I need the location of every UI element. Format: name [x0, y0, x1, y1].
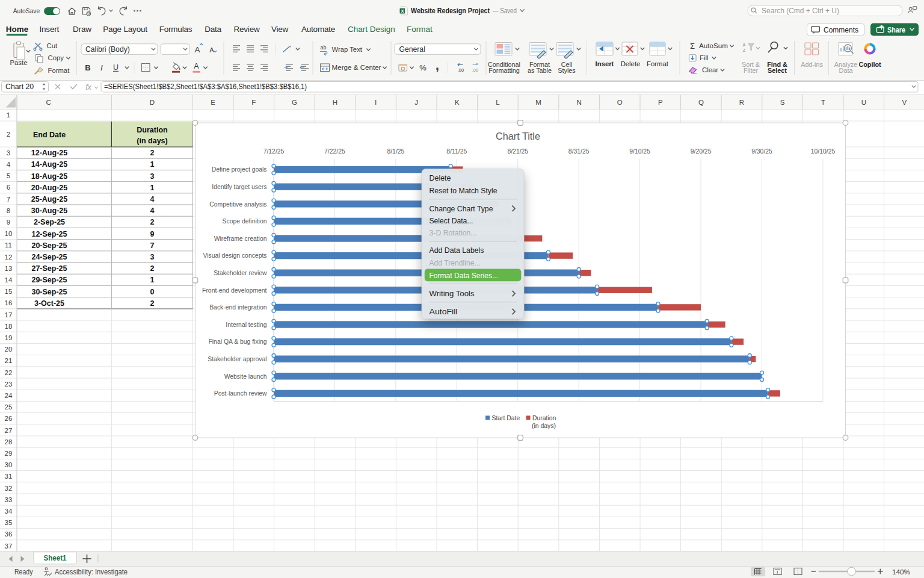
svg-text:24: 24: [5, 392, 13, 399]
svg-text:Formulas: Formulas: [159, 25, 192, 34]
svg-text:10/10/25: 10/10/25: [811, 148, 836, 155]
svg-text:Website launch: Website launch: [224, 373, 267, 380]
svg-text:Start Date: Start Date: [492, 415, 520, 421]
svg-text:Draw: Draw: [73, 25, 91, 34]
svg-text:Format Data Series...: Format Data Series...: [430, 271, 499, 280]
svg-text:Review: Review: [233, 25, 260, 34]
svg-text:8/31/25: 8/31/25: [568, 148, 590, 155]
svg-text:Comments: Comments: [824, 26, 858, 34]
svg-text:Post-launch review: Post-launch review: [214, 390, 267, 397]
svg-text:Select Data...: Select Data...: [430, 216, 473, 225]
svg-text:8/1/25: 8/1/25: [387, 148, 404, 155]
svg-text:fx: fx: [85, 83, 91, 92]
svg-text:Insert: Insert: [596, 60, 614, 67]
svg-text:9: 9: [150, 230, 155, 238]
svg-text:End Date: End Date: [33, 131, 66, 139]
svg-text:Stakeholder review: Stakeholder review: [214, 270, 267, 276]
svg-text:30: 30: [5, 461, 13, 468]
svg-text:J: J: [414, 99, 418, 106]
svg-text:12: 12: [5, 253, 13, 261]
svg-text:29: 29: [5, 450, 13, 457]
svg-text:Website Redesign Project: Website Redesign Project: [411, 7, 490, 15]
svg-text:32: 32: [5, 485, 13, 492]
svg-text:Internal testing: Internal testing: [226, 322, 266, 328]
svg-text:Format: Format: [48, 67, 70, 74]
svg-text:%: %: [419, 63, 427, 72]
svg-text:3: 3: [150, 172, 155, 181]
svg-text:Insert: Insert: [40, 25, 60, 34]
svg-text:Copilot: Copilot: [858, 61, 881, 68]
svg-text:34: 34: [5, 508, 13, 515]
svg-text:25: 25: [5, 403, 13, 411]
svg-text:Paste: Paste: [10, 59, 28, 66]
svg-text:Identify target users: Identify target users: [212, 184, 266, 190]
svg-text:S: S: [780, 99, 785, 106]
svg-text:P: P: [658, 99, 663, 106]
svg-text:Wrap Text: Wrap Text: [332, 46, 363, 53]
svg-text:AutoSave: AutoSave: [13, 7, 40, 14]
svg-text:Change Chart Type: Change Chart Type: [430, 204, 493, 213]
svg-text:O: O: [617, 99, 623, 106]
svg-text:5: 5: [7, 172, 10, 179]
svg-text:,: ,: [436, 57, 439, 73]
svg-text:Front-end development: Front-end development: [202, 287, 267, 294]
svg-text:20-Sep-25: 20-Sep-25: [31, 241, 67, 250]
svg-text:18-Aug-25: 18-Aug-25: [31, 172, 67, 181]
svg-text:.00: .00: [472, 67, 478, 73]
svg-text:Format: Format: [407, 25, 433, 34]
svg-text:View: View: [271, 25, 289, 34]
svg-text:Merge & Center: Merge & Center: [332, 64, 381, 71]
svg-text:12-Sep-25: 12-Sep-25: [31, 230, 67, 238]
svg-text:Cut: Cut: [47, 42, 58, 49]
svg-text:Clear: Clear: [702, 66, 718, 73]
svg-text:F: F: [251, 99, 256, 106]
svg-text:0: 0: [150, 288, 155, 296]
svg-text:A: A: [194, 45, 200, 54]
svg-text:U: U: [113, 63, 119, 72]
svg-text:Page Layout: Page Layout: [103, 25, 147, 34]
svg-text:21: 21: [5, 357, 13, 364]
svg-text:Add Trendline...: Add Trendline...: [430, 258, 481, 267]
svg-text:24-Sep-25: 24-Sep-25: [31, 253, 67, 261]
svg-text:22: 22: [5, 369, 13, 376]
svg-text:H: H: [333, 99, 337, 106]
svg-text:1: 1: [7, 111, 10, 119]
svg-text:Format: Format: [647, 60, 669, 67]
svg-text:9/30/25: 9/30/25: [751, 148, 772, 155]
svg-text:U: U: [861, 99, 866, 106]
svg-text:Chart 20: Chart 20: [5, 82, 34, 91]
svg-text:4: 4: [150, 207, 155, 215]
svg-text:Visual design concepts: Visual design concepts: [203, 252, 266, 259]
svg-text:2-Sep-25: 2-Sep-25: [34, 218, 65, 226]
svg-text:A: A: [209, 46, 214, 54]
svg-text:37: 37: [5, 542, 13, 550]
svg-text:— Saved: — Saved: [493, 7, 517, 15]
svg-text:3-D Rotation...: 3-D Rotation...: [430, 228, 477, 237]
svg-text:Delete: Delete: [621, 60, 641, 67]
svg-text:35: 35: [5, 519, 13, 526]
svg-text:Add-ins: Add-ins: [801, 61, 823, 68]
svg-text:Automate: Automate: [301, 25, 335, 34]
svg-text:Select: Select: [768, 67, 787, 74]
svg-text:Z: Z: [743, 48, 746, 53]
svg-text:27: 27: [5, 427, 13, 434]
svg-text:I: I: [100, 63, 103, 72]
svg-text:14: 14: [5, 276, 13, 284]
svg-text:7/22/25: 7/22/25: [324, 148, 345, 155]
svg-text:Final QA & bug fixing: Final QA & bug fixing: [208, 338, 266, 345]
svg-text:Formatting: Formatting: [488, 67, 520, 74]
svg-text:6: 6: [7, 184, 10, 191]
svg-text:27-Sep-25: 27-Sep-25: [31, 264, 67, 273]
svg-text:18: 18: [5, 323, 13, 330]
svg-text:General: General: [399, 45, 425, 54]
svg-text:Accessibility: Investigate: Accessibility: Investigate: [55, 568, 128, 576]
svg-text:Data: Data: [205, 25, 221, 34]
svg-text:(in days): (in days): [137, 137, 167, 145]
svg-text:2: 2: [150, 264, 155, 273]
svg-text:A: A: [194, 62, 199, 70]
svg-text:1: 1: [150, 184, 155, 192]
svg-text:Data: Data: [839, 67, 853, 74]
svg-text:Scope definition: Scope definition: [223, 218, 267, 225]
svg-text:E: E: [211, 99, 215, 106]
svg-text:31: 31: [5, 473, 13, 480]
